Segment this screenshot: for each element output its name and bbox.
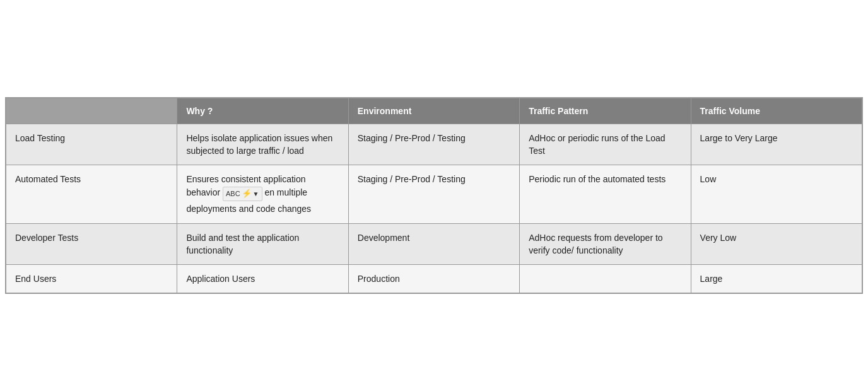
comparison-table: Why ? Environment Traffic Pattern Traffi… [6,98,862,294]
row4-name: End Users [6,265,177,293]
table-row: Developer Tests Build and test the appli… [6,223,862,265]
header-traffic-volume: Traffic Volume [691,98,862,124]
main-table-wrapper: Why ? Environment Traffic Pattern Traffi… [5,97,863,295]
lightning-icon: ⚡ [242,188,252,200]
header-why: Why ? [177,98,348,124]
row2-name: Automated Tests [6,165,177,223]
row4-traffic-volume: Large [691,265,862,293]
header-traffic-pattern: Traffic Pattern [520,98,691,124]
row2-why: Ensures consistent application behavior … [177,165,348,223]
row3-why: Build and test the application functiona… [177,223,348,265]
row3-environment: Development [348,223,519,265]
row4-why: Application Users [177,265,348,293]
row4-environment: Production [348,265,519,293]
row3-traffic-pattern: AdHoc requests from developer to verify … [520,223,691,265]
row2-traffic-volume: Low [691,165,862,223]
table-row: Automated Tests Ensures consistent appli… [6,165,862,223]
row1-traffic-volume: Large to Very Large [691,124,862,165]
header-col1 [6,98,177,124]
header-environment: Environment [348,98,519,124]
row1-environment: Staging / Pre-Prod / Testing [348,124,519,165]
table-row: Load Testing Helps isolate application i… [6,124,862,165]
dropdown-arrow[interactable]: ▼ [253,190,259,199]
table-row: End Users Application Users Production L… [6,265,862,293]
row1-name: Load Testing [6,124,177,165]
row2-traffic-pattern: Periodic run of the automated tests [520,165,691,223]
row1-why: Helps isolate application issues when su… [177,124,348,165]
row3-name: Developer Tests [6,223,177,265]
abc-label: ABC [226,189,240,199]
header-row: Why ? Environment Traffic Pattern Traffi… [6,98,862,124]
row2-environment: Staging / Pre-Prod / Testing [348,165,519,223]
lightning-widget[interactable]: ABC ⚡ ▼ [223,187,262,201]
row4-traffic-pattern [520,265,691,293]
row3-traffic-volume: Very Low [691,223,862,265]
row1-traffic-pattern: AdHoc or periodic runs of the Load Test [520,124,691,165]
